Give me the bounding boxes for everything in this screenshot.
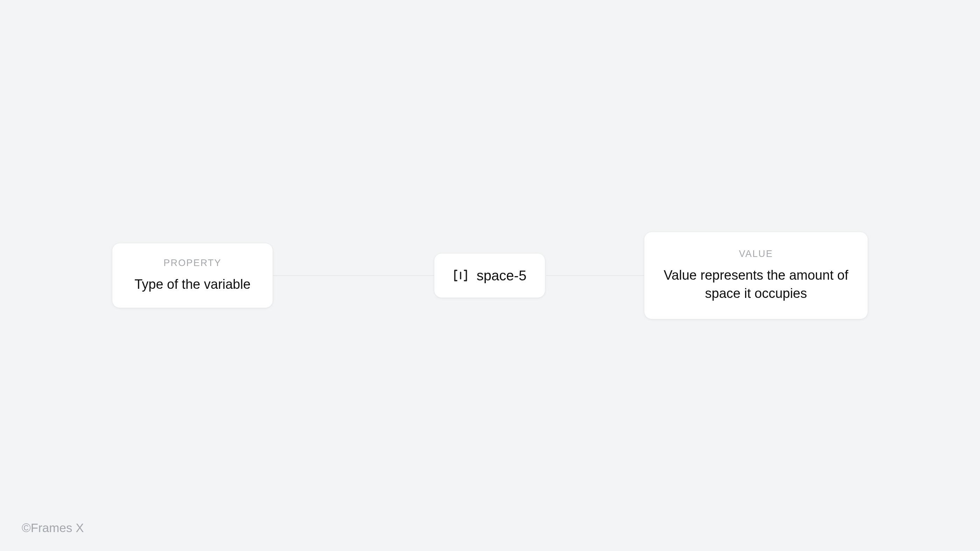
diagram-canvas: PROPERTY Type of the variable space-5 VA…	[0, 0, 980, 551]
connector-line-right	[546, 275, 648, 276]
token-text: space-5	[477, 268, 527, 283]
token-card: space-5	[434, 253, 545, 298]
value-label: VALUE	[739, 248, 773, 260]
value-card: VALUE Value represents the amount of spa…	[644, 232, 868, 319]
property-card: PROPERTY Type of the variable	[112, 243, 273, 308]
connector-line-left	[273, 275, 441, 276]
property-label: PROPERTY	[164, 258, 221, 269]
property-text: Type of the variable	[134, 276, 251, 293]
spacing-icon	[453, 268, 468, 283]
watermark: ©Frames X	[22, 521, 84, 535]
value-text: Value represents the amount of space it …	[657, 266, 855, 303]
